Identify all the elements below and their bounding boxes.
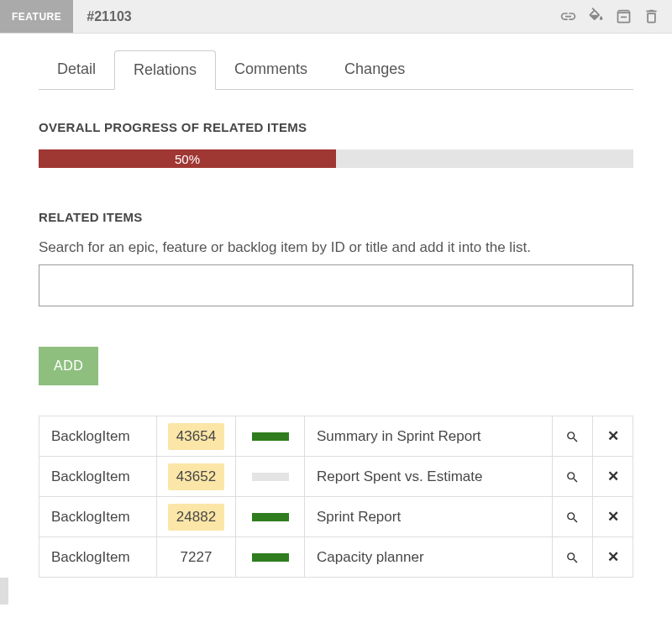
item-id-cell: 24882 xyxy=(157,497,236,537)
item-id-cell: 43652 xyxy=(157,457,236,497)
table-row: BacklogItem43652Report Spent vs. Estimat… xyxy=(39,457,633,497)
search-icon[interactable] xyxy=(565,430,580,444)
progress-bar: 50% xyxy=(39,149,633,168)
close-icon[interactable]: ✕ xyxy=(607,549,619,565)
trash-icon[interactable] xyxy=(643,8,660,25)
item-progress-cell xyxy=(236,457,305,497)
item-title[interactable]: Summary in Sprint Report xyxy=(305,416,553,457)
item-title[interactable]: Report Spent vs. Estimate xyxy=(305,457,553,497)
tab-changes[interactable]: Changes xyxy=(326,50,423,89)
item-type: BacklogItem xyxy=(39,537,157,578)
tab-comments[interactable]: Comments xyxy=(216,50,326,89)
item-id-cell: 7227 xyxy=(157,537,236,578)
search-icon[interactable] xyxy=(565,551,580,565)
item-type: BacklogItem xyxy=(39,497,157,537)
header: FEATURE #21103 xyxy=(0,0,672,34)
item-id[interactable]: 7227 xyxy=(172,544,221,571)
link-icon[interactable] xyxy=(559,8,577,25)
item-progress-cell xyxy=(236,497,305,537)
item-type: BacklogItem xyxy=(39,457,157,497)
search-action[interactable] xyxy=(553,457,593,497)
related-items-table: BacklogItem43654Summary in Sprint Report… xyxy=(39,416,633,578)
search-action[interactable] xyxy=(553,537,593,578)
close-icon[interactable]: ✕ xyxy=(607,509,619,525)
search-action[interactable] xyxy=(553,497,593,537)
item-progress-cell xyxy=(236,416,305,457)
search-icon[interactable] xyxy=(565,510,580,525)
remove-action[interactable]: ✕ xyxy=(593,416,633,457)
help-text: Search for an epic, feature or backlog i… xyxy=(39,239,633,256)
search-action[interactable] xyxy=(553,416,593,457)
archive-icon[interactable] xyxy=(615,8,633,25)
remove-action[interactable]: ✕ xyxy=(593,537,633,578)
header-actions xyxy=(559,8,672,25)
table-row: BacklogItem43654Summary in Sprint Report… xyxy=(39,416,633,457)
tab-relations[interactable]: Relations xyxy=(114,50,216,90)
close-icon[interactable]: ✕ xyxy=(607,468,619,484)
progress-fill: 50% xyxy=(39,149,336,168)
close-icon[interactable]: ✕ xyxy=(607,428,619,444)
progress-title: OVERALL PROGRESS OF RELATED ITEMS xyxy=(39,120,633,134)
mini-progress-bar xyxy=(252,432,289,441)
item-id[interactable]: 43654 xyxy=(168,423,224,450)
tabs: Detail Relations Comments Changes xyxy=(39,50,633,90)
tab-detail[interactable]: Detail xyxy=(39,50,114,89)
item-title[interactable]: Capacity planner xyxy=(305,537,553,578)
item-id[interactable]: 24882 xyxy=(168,504,224,531)
remove-action[interactable]: ✕ xyxy=(593,497,633,537)
remove-action[interactable]: ✕ xyxy=(593,457,633,497)
item-title[interactable]: Sprint Report xyxy=(305,497,553,537)
item-id-cell: 43654 xyxy=(157,416,236,457)
search-icon[interactable] xyxy=(565,470,580,484)
issue-id: #21103 xyxy=(73,9,131,24)
mini-progress-bar xyxy=(252,513,289,521)
table-row: BacklogItem7227Capacity planner✕ xyxy=(39,537,633,578)
search-input[interactable] xyxy=(39,264,633,306)
item-progress-cell xyxy=(236,537,305,578)
item-type: BacklogItem xyxy=(39,416,157,457)
mini-progress-bar xyxy=(252,553,289,562)
related-title: RELATED ITEMS xyxy=(39,210,633,224)
item-id[interactable]: 43652 xyxy=(168,463,224,490)
item-type-badge: FEATURE xyxy=(0,0,73,33)
paint-bucket-icon[interactable] xyxy=(587,8,605,25)
add-button[interactable]: ADD xyxy=(39,347,98,385)
progress-label: 50% xyxy=(175,152,200,166)
mini-progress-bar xyxy=(252,473,289,481)
table-row: BacklogItem24882Sprint Report✕ xyxy=(39,497,633,537)
